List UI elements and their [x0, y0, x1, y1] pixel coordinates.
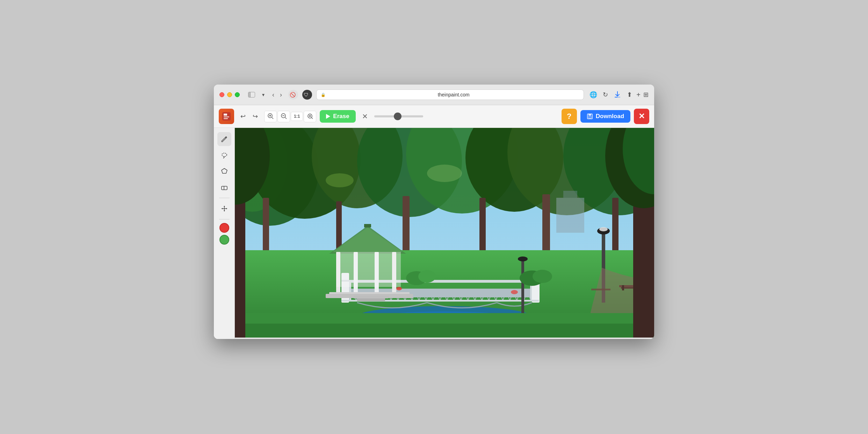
svg-rect-21	[222, 186, 227, 190]
close-red-button[interactable]: ✕	[634, 109, 649, 124]
tool-separator	[219, 198, 230, 198]
floppy-disk-icon	[587, 113, 593, 120]
address-bar[interactable]: 🔒 theinpaint.com	[316, 89, 584, 100]
svg-line-9	[272, 117, 273, 119]
zoom-reset-button[interactable]: 1:1	[291, 112, 303, 121]
redo-button[interactable]: ↪	[250, 110, 261, 122]
share-button[interactable]: ⬆	[625, 89, 634, 100]
zoom-fit-button[interactable]	[304, 111, 316, 122]
svg-point-20	[222, 153, 227, 157]
svg-point-66	[599, 227, 608, 231]
maximize-traffic-light[interactable]	[235, 92, 240, 97]
move-icon	[220, 205, 228, 212]
move-tool-button[interactable]	[217, 202, 231, 216]
lasso-icon	[220, 151, 228, 159]
svg-rect-4	[224, 116, 229, 117]
lasso-tool-button[interactable]	[217, 148, 231, 162]
svg-rect-17	[588, 114, 591, 116]
logo-icon	[222, 111, 231, 121]
park-image	[235, 128, 654, 338]
eraser-icon	[220, 183, 228, 191]
svg-rect-67	[521, 261, 524, 313]
back-button[interactable]: ‹	[270, 91, 276, 99]
new-tab-button[interactable]: +	[636, 91, 641, 99]
svg-rect-81	[235, 324, 654, 338]
download-progress-icon	[614, 91, 621, 99]
svg-line-12	[285, 117, 287, 119]
zoom-out-icon	[281, 113, 287, 119]
erase-button[interactable]: Erase	[320, 110, 355, 123]
svg-rect-3	[224, 114, 227, 116]
svg-rect-71	[622, 285, 624, 290]
sidebar-toggle-button[interactable]	[247, 91, 256, 99]
extension-icon-2[interactable]: 🛡	[302, 90, 312, 100]
refresh-button[interactable]: ↻	[601, 89, 609, 100]
zoom-in-icon	[267, 113, 274, 119]
download-button[interactable]: Download	[580, 110, 630, 123]
brush-slider-container	[374, 115, 464, 117]
svg-point-19	[589, 117, 590, 118]
svg-point-75	[418, 270, 436, 283]
red-color-swatch[interactable]	[219, 223, 229, 233]
left-sidebar	[214, 128, 235, 339]
svg-point-77	[533, 270, 552, 283]
erase-label: Erase	[333, 113, 349, 120]
svg-rect-63	[357, 298, 385, 301]
download-label: Download	[596, 113, 624, 120]
sidebar-chevron-button[interactable]: ▾	[261, 91, 266, 98]
polygon-tool-button[interactable]	[217, 164, 231, 178]
brush-size-slider[interactable]	[374, 115, 423, 117]
nav-buttons: ‹ ›	[270, 91, 284, 99]
svg-point-14	[309, 115, 311, 117]
svg-point-79	[511, 290, 518, 294]
zoom-out-button[interactable]	[277, 111, 290, 122]
undo-button[interactable]: ↩	[238, 110, 248, 122]
eraser-tool-button[interactable]	[217, 180, 231, 194]
canvas-area[interactable]	[235, 128, 654, 339]
toolbar-right: 🌐 ↻ ⬆ + ⊞	[588, 89, 649, 100]
help-button[interactable]: ?	[562, 109, 577, 124]
zoom-controls: 1:1	[264, 111, 316, 122]
tab-overview-button[interactable]: ⊞	[643, 91, 649, 99]
title-bar: ▾ ‹ › 🚫 🛡 🔒 theinpaint.com 🌐 ↻	[214, 85, 654, 105]
translate-icon[interactable]: 🌐	[588, 89, 599, 100]
undo-redo-group: ↩ ↪	[238, 110, 261, 122]
url-text: theinpaint.com	[328, 92, 579, 97]
zoom-fit-icon	[307, 113, 313, 119]
app-toolbar: ↩ ↪ 1:1	[214, 105, 654, 128]
svg-rect-61	[336, 252, 401, 287]
svg-point-78	[396, 287, 402, 290]
svg-rect-73	[591, 289, 610, 290]
lock-icon: 🔒	[321, 93, 326, 97]
cancel-button[interactable]: ✕	[359, 111, 371, 122]
svg-point-68	[518, 256, 528, 261]
browser-window: ▾ ‹ › 🚫 🛡 🔒 theinpaint.com 🌐 ↻	[214, 85, 654, 339]
brush-slider-thumb[interactable]	[394, 113, 402, 120]
svg-point-40	[427, 165, 462, 182]
app-logo	[219, 109, 234, 124]
main-area	[214, 128, 654, 339]
svg-rect-41	[556, 198, 584, 233]
minimize-traffic-light[interactable]	[227, 92, 232, 97]
polygon-icon	[220, 167, 228, 175]
svg-rect-42	[563, 191, 577, 198]
close-traffic-light[interactable]	[219, 92, 224, 97]
svg-rect-62	[354, 296, 389, 298]
extension-icon-1[interactable]: 🚫	[288, 90, 298, 100]
download-progress-button[interactable]	[612, 89, 623, 100]
svg-rect-5	[224, 118, 228, 119]
play-icon	[326, 114, 330, 119]
svg-rect-1	[615, 97, 617, 97]
svg-rect-54	[364, 224, 371, 227]
svg-line-15	[311, 117, 313, 119]
pencil-icon	[220, 135, 228, 143]
zoom-in-button[interactable]	[264, 111, 277, 122]
forward-button[interactable]: ›	[278, 91, 284, 99]
tool-separator-2	[219, 219, 230, 219]
green-color-swatch[interactable]	[219, 235, 229, 245]
traffic-lights	[219, 92, 240, 97]
svg-point-39	[326, 173, 354, 187]
pencil-tool-button[interactable]	[217, 132, 231, 146]
